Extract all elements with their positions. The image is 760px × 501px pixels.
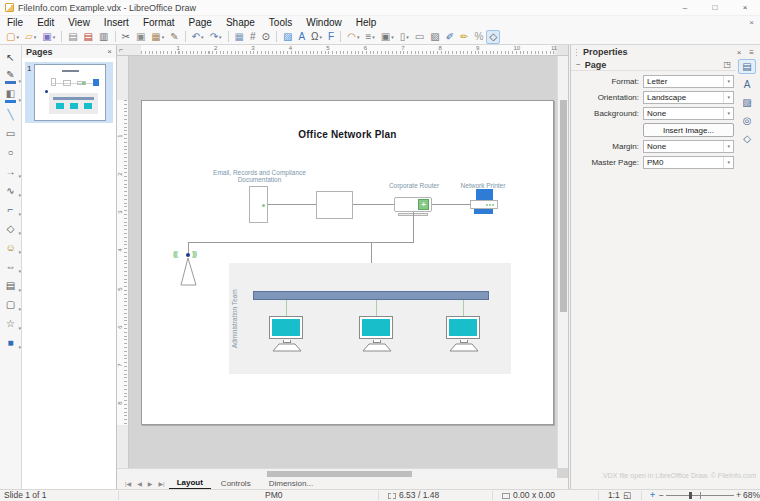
stars-and-banners-tool[interactable]: ☆▾ — [1, 315, 20, 331]
dropdown-arrow-icon[interactable]: ▾ — [18, 344, 21, 350]
shadow-button[interactable]: ▭ — [412, 30, 427, 44]
basic-shapes-tool[interactable]: ◇▾ — [1, 220, 20, 236]
menu-view[interactable]: View — [61, 16, 97, 29]
dropdown-arrow-icon[interactable]: ▾ — [18, 211, 21, 217]
sidebar-tab-properties[interactable]: ▤ — [738, 59, 756, 74]
dropdown-arrow-icon[interactable]: ▾ — [18, 230, 21, 236]
workstation-monitor[interactable] — [359, 316, 393, 339]
fit-page-icon[interactable]: ◱ — [623, 490, 631, 501]
curves-and-polygons-tool[interactable]: ∿▾ — [1, 182, 20, 198]
workstation-monitor[interactable] — [269, 316, 303, 339]
export-pdf-button[interactable]: ▤ — [81, 30, 96, 44]
undo-button[interactable]: ↶▾ — [189, 30, 207, 44]
transformations-button[interactable]: ◠▾ — [344, 30, 362, 44]
documentation-shape[interactable] — [249, 186, 268, 223]
ethernet-bus[interactable] — [253, 291, 489, 300]
layer-nav-2-button[interactable]: ▶ — [146, 480, 155, 487]
sidebar-tab-gallery[interactable]: ▨ — [738, 95, 756, 110]
cut-button[interactable]: ✂ — [119, 30, 133, 44]
dropdown-arrow-icon[interactable]: ▾ — [18, 249, 21, 255]
dropdown-arrow-icon[interactable]: ▾ — [391, 34, 394, 40]
slide-thumbnail-row[interactable]: 1 — [25, 62, 113, 123]
open-button[interactable]: ▱▾ — [22, 30, 39, 44]
helplines-while-moving-button[interactable]: % — [471, 30, 486, 44]
menu-format[interactable]: Format — [136, 16, 182, 29]
lines-and-arrows-tool[interactable]: →▾ — [1, 163, 20, 179]
connectors-tool[interactable]: ⌐▾ — [1, 201, 20, 217]
dropdown-arrow-icon[interactable]: ▾ — [18, 78, 21, 84]
tab-stop-icon[interactable]: ⌐ — [119, 46, 123, 53]
zoom-button[interactable]: ⊙ — [259, 30, 273, 44]
insert-image-button[interactable]: ▨ — [280, 30, 295, 44]
dropdown-arrow-icon[interactable]: ▾ — [320, 34, 323, 40]
crop-image-button[interactable]: ▧ — [427, 30, 442, 44]
edit-points-button[interactable]: ✐ — [443, 30, 457, 44]
orientation-dropdown[interactable]: Landscape▾ — [643, 91, 734, 104]
ellipse-tool[interactable]: ○ — [1, 144, 20, 160]
horizontal-scrollbar[interactable] — [117, 468, 557, 478]
sidebar-tab-shapes[interactable]: ◇ — [738, 131, 756, 146]
zoom-in-button[interactable]: + — [736, 490, 741, 501]
dropdown-arrow-icon[interactable]: ▾ — [723, 92, 730, 103]
dropdown-arrow-icon[interactable]: ▾ — [723, 141, 730, 152]
paste-button[interactable]: ▦▾ — [148, 30, 167, 44]
collapse-section-icon[interactable]: − — [576, 60, 581, 69]
margin-dropdown[interactable]: None▾ — [643, 140, 734, 153]
fill-color-tool[interactable]: ◧▾ — [1, 87, 20, 103]
menu-tools[interactable]: Tools — [262, 16, 299, 29]
layer-nav-1-button[interactable]: ◀ — [135, 480, 144, 487]
insert-image-button[interactable]: Insert Image... — [643, 123, 734, 137]
block-arrows-tool[interactable]: ⇔▾ — [1, 258, 20, 274]
dropdown-arrow-icon[interactable]: ▾ — [16, 34, 19, 40]
sidebar-settings-icon[interactable]: ≡ — [747, 48, 756, 57]
workstation-monitor[interactable] — [446, 316, 480, 339]
dropdown-arrow-icon[interactable]: ▾ — [723, 76, 730, 87]
distribute-selection-button[interactable]: ▯▾ — [397, 30, 412, 44]
tab-controls[interactable]: Controls — [213, 479, 259, 489]
dropdown-arrow-icon[interactable]: ▾ — [18, 306, 21, 312]
snap-guides-button[interactable]: # — [247, 30, 259, 44]
dropdown-arrow-icon[interactable]: ▾ — [53, 34, 56, 40]
redo-button[interactable]: ↷▾ — [207, 30, 225, 44]
display-grid-button[interactable]: ▦ — [232, 30, 247, 44]
insert-text-box-button[interactable]: A — [295, 30, 308, 44]
save-button[interactable]: ▣▾ — [39, 30, 58, 44]
show-draw-functions-button[interactable]: ◇ — [486, 30, 500, 44]
dropdown-arrow-icon[interactable]: ▾ — [18, 192, 21, 198]
sidebar-tab-navigator[interactable]: ◎ — [738, 113, 756, 128]
dropdown-arrow-icon[interactable]: ▾ — [18, 325, 21, 331]
antenna-tower[interactable] — [176, 257, 201, 286]
callouts-tool[interactable]: ▢▾ — [1, 296, 20, 312]
line-color-tool[interactable]: ✎▾ — [1, 68, 20, 84]
symbol-shapes-tool[interactable]: ☺▾ — [1, 239, 20, 255]
menu-help[interactable]: Help — [349, 16, 384, 29]
master-page-dropdown[interactable]: PM0▾ — [643, 156, 734, 169]
glue-points-button[interactable]: ✏ — [457, 30, 471, 44]
dropdown-arrow-icon[interactable]: ▾ — [372, 34, 375, 40]
close-document-button[interactable]: × — [749, 18, 754, 27]
dropdown-arrow-icon[interactable]: ▾ — [162, 34, 165, 40]
tab-layout[interactable]: Layout — [169, 478, 211, 490]
3d-objects-tool[interactable]: ■▾ — [1, 334, 20, 350]
horizontal-scrollbar-thumb[interactable] — [267, 471, 412, 477]
router-shape[interactable]: + — [394, 197, 432, 212]
sidebar-tab-character[interactable]: A — [738, 77, 756, 92]
drawing-page[interactable]: Office Network Plan Email, Records and C… — [141, 100, 554, 425]
background-dropdown[interactable]: None▾ — [643, 107, 734, 120]
menu-edit[interactable]: Edit — [30, 16, 61, 29]
close-pages-panel-icon[interactable]: × — [107, 47, 112, 56]
zoom-slider-thumb[interactable] — [689, 492, 692, 499]
special-character-button[interactable]: Ω▾ — [308, 30, 325, 44]
dropdown-arrow-icon[interactable]: ▾ — [357, 34, 360, 40]
server-shape[interactable] — [316, 191, 353, 219]
more-options-icon[interactable]: ◳ — [723, 60, 731, 69]
arrange-button[interactable]: ▣▾ — [378, 30, 397, 44]
printer-paper[interactable] — [476, 189, 493, 200]
rectangle-tool[interactable]: ▭ — [1, 125, 20, 141]
dropdown-arrow-icon[interactable]: ▾ — [406, 34, 409, 40]
zoom-level-status[interactable]: 68% — [743, 490, 760, 501]
menu-shape[interactable]: Shape — [219, 16, 262, 29]
layer-nav-0-button[interactable]: |◀ — [123, 480, 133, 487]
zoom-center-icon[interactable]: + — [650, 490, 655, 501]
zoom-out-button[interactable]: − — [659, 490, 664, 501]
